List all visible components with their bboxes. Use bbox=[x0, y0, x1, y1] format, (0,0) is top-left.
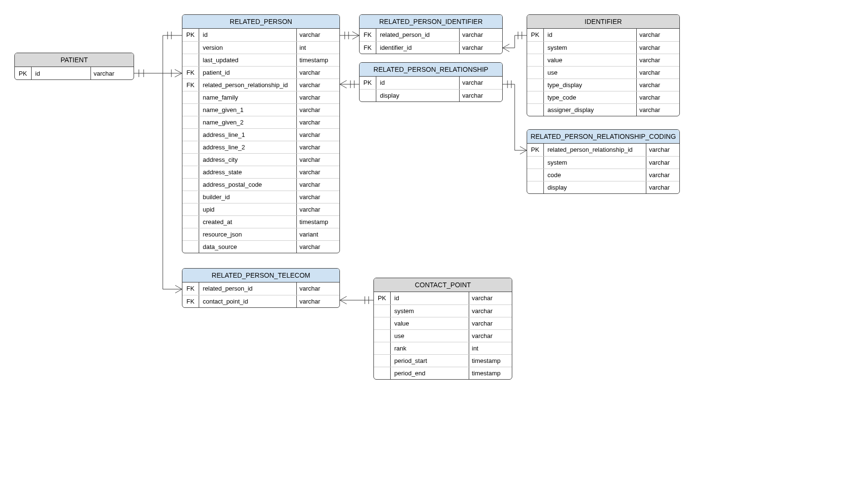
column-type: varchar bbox=[459, 41, 502, 54]
column-row: address_cityvarchar bbox=[182, 153, 339, 166]
column-row: FKcontact_point_idvarchar bbox=[182, 295, 339, 307]
columns-table: FKrelated_person_idvarcharFKidentifier_i… bbox=[360, 29, 502, 54]
column-key: PK bbox=[15, 67, 31, 79]
column-row: name_given_2varchar bbox=[182, 116, 339, 128]
column-type: varchar bbox=[296, 79, 339, 91]
column-type: varchar bbox=[469, 317, 512, 329]
column-key: FK bbox=[182, 295, 199, 307]
column-name: related_person_relationship_id bbox=[543, 144, 646, 156]
column-name: display bbox=[376, 89, 459, 101]
entity-related-person-identifier: RELATED_PERSON_IDENTIFIERFKrelated_perso… bbox=[359, 14, 503, 54]
column-row: data_sourcevarchar bbox=[182, 240, 339, 253]
column-type: varchar bbox=[296, 153, 339, 166]
column-row: type_codevarchar bbox=[527, 91, 679, 103]
column-key: PK bbox=[527, 144, 543, 156]
column-row: type_displayvarchar bbox=[527, 79, 679, 91]
column-name: use bbox=[390, 329, 469, 342]
column-name: use bbox=[543, 66, 636, 79]
column-key: PK bbox=[182, 29, 199, 41]
column-key: FK bbox=[360, 41, 376, 54]
column-type: varchar bbox=[636, 29, 679, 41]
entity-related-person: RELATED_PERSONPKidvarcharversionintlast_… bbox=[182, 14, 340, 253]
column-key bbox=[527, 91, 543, 103]
column-name: name_given_2 bbox=[199, 116, 296, 128]
columns-table: PKidvarcharsystemvarcharvaluevarcharusev… bbox=[527, 29, 679, 116]
column-key bbox=[374, 342, 390, 354]
columns-table: PKrelated_person_relationship_idvarchars… bbox=[527, 144, 679, 193]
column-type: varchar bbox=[469, 304, 512, 317]
column-name: rank bbox=[390, 342, 469, 354]
column-key: FK bbox=[182, 282, 199, 295]
column-name: type_code bbox=[543, 91, 636, 103]
column-row: upidvarchar bbox=[182, 203, 339, 215]
column-type: varchar bbox=[646, 156, 679, 169]
column-row: PKidvarchar bbox=[374, 292, 512, 304]
column-key: FK bbox=[360, 29, 376, 41]
column-row: FKrelated_person_relationship_idvarchar bbox=[182, 79, 339, 91]
column-type: varchar bbox=[636, 103, 679, 116]
column-key bbox=[182, 215, 199, 228]
column-key bbox=[182, 116, 199, 128]
column-key bbox=[360, 89, 376, 101]
column-key bbox=[182, 103, 199, 116]
column-row: valuevarchar bbox=[527, 54, 679, 66]
column-name: address_line_1 bbox=[199, 128, 296, 141]
column-name: period_start bbox=[390, 354, 469, 367]
column-name: assigner_display bbox=[543, 103, 636, 116]
column-row: PKidvarchar bbox=[527, 29, 679, 41]
column-type: timestamp bbox=[296, 54, 339, 66]
column-type: int bbox=[296, 41, 339, 54]
entity-title: RELATED_PERSON_IDENTIFIER bbox=[360, 15, 502, 29]
entity-contact-point: CONTACT_POINTPKidvarcharsystemvarcharval… bbox=[373, 278, 512, 380]
column-key bbox=[527, 66, 543, 79]
column-key: FK bbox=[182, 66, 199, 79]
column-type: varchar bbox=[296, 191, 339, 203]
column-type: varchar bbox=[646, 144, 679, 156]
column-type: varchar bbox=[296, 240, 339, 253]
column-type: varchar bbox=[636, 41, 679, 54]
column-name: code bbox=[543, 169, 646, 181]
column-type: varchar bbox=[296, 141, 339, 153]
column-type: varchar bbox=[636, 54, 679, 66]
column-row: systemvarchar bbox=[527, 156, 679, 169]
column-row: address_postal_codevarchar bbox=[182, 178, 339, 191]
svg-line-3 bbox=[175, 69, 182, 73]
svg-line-4 bbox=[175, 73, 182, 77]
column-name: upid bbox=[199, 203, 296, 215]
column-type: varchar bbox=[636, 66, 679, 79]
column-type: int bbox=[469, 342, 512, 354]
column-name: patient_id bbox=[199, 66, 296, 79]
column-name: id bbox=[390, 292, 469, 304]
column-row: displayvarchar bbox=[527, 181, 679, 193]
entity-title: RELATED_PERSON bbox=[182, 15, 339, 29]
column-type: varchar bbox=[296, 203, 339, 215]
column-key bbox=[527, 169, 543, 181]
column-row: rankint bbox=[374, 342, 512, 354]
column-key bbox=[182, 178, 199, 191]
svg-line-16 bbox=[503, 44, 509, 48]
column-type: varchar bbox=[296, 178, 339, 191]
column-key bbox=[182, 41, 199, 54]
columns-table: PKidvarchardisplayvarchar bbox=[360, 77, 502, 101]
column-row: last_updatedtimestamp bbox=[182, 54, 339, 66]
column-type: varchar bbox=[459, 77, 502, 89]
column-type: varchar bbox=[296, 128, 339, 141]
column-type: varchar bbox=[636, 91, 679, 103]
column-row: FKidentifier_idvarchar bbox=[360, 41, 502, 54]
column-name: system bbox=[543, 156, 646, 169]
column-type: varchar bbox=[469, 329, 512, 342]
column-row: PKidvarchar bbox=[360, 77, 502, 89]
column-name: related_person_id bbox=[376, 29, 459, 41]
column-name: contact_point_id bbox=[199, 295, 296, 307]
column-name: id bbox=[376, 77, 459, 89]
svg-line-26 bbox=[175, 285, 182, 289]
column-name: name_given_1 bbox=[199, 103, 296, 116]
column-type: varchar bbox=[296, 295, 339, 307]
entity-title: RELATED_PERSON_RELATIONSHIP_CODING bbox=[527, 130, 679, 144]
column-type: varchar bbox=[90, 67, 134, 79]
column-key: PK bbox=[374, 292, 390, 304]
svg-line-29 bbox=[340, 296, 347, 300]
svg-line-13 bbox=[340, 84, 347, 88]
column-row: name_given_1varchar bbox=[182, 103, 339, 116]
column-row: systemvarchar bbox=[527, 41, 679, 54]
